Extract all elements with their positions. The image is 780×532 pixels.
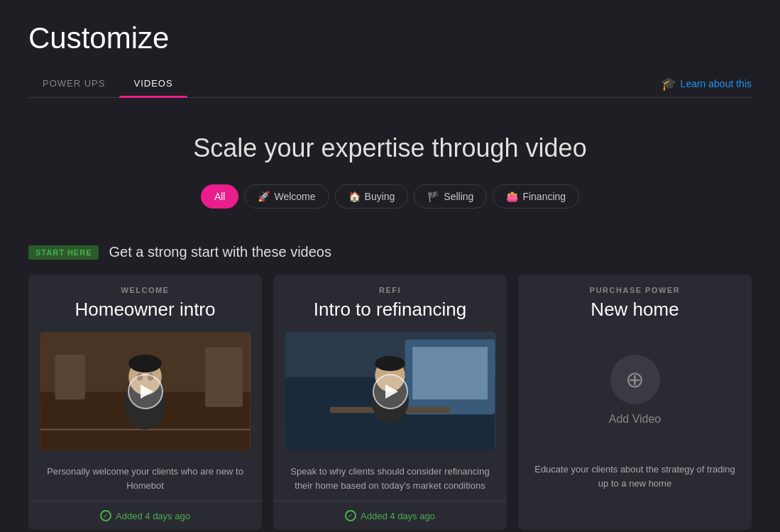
- start-here-badge: START HERE: [28, 245, 99, 260]
- start-here-text: Get a strong start with these videos: [109, 244, 331, 260]
- svg-rect-3: [205, 347, 243, 407]
- check-icon-homeowner: ✓: [100, 510, 111, 521]
- house-icon: 🏠: [348, 191, 361, 202]
- card-thumbnail-refi[interactable]: homebot: [285, 332, 495, 450]
- filter-financing[interactable]: 👛 Financing: [493, 184, 579, 209]
- plus-icon: ⊕: [625, 368, 644, 391]
- cards-grid: WELCOME Homeowner intro homebot: [28, 275, 752, 530]
- card-new-home: PURCHASE POWER New home ⊕ Add Video Educ…: [518, 275, 752, 530]
- card-status-homeowner: Added 4 days ago: [116, 511, 190, 521]
- card-footer-refi: ✓ Added 4 days ago: [273, 501, 507, 530]
- tabs-container: POWER UPS VIDEOS 🎓 Learn about this: [28, 70, 752, 98]
- rocket-icon: 🚀: [258, 191, 270, 202]
- play-icon-homeowner: [141, 384, 153, 399]
- card-category-new-home: PURCHASE POWER: [529, 286, 740, 294]
- card-title-refi: Intro to refinancing: [285, 299, 495, 321]
- filter-selling-label: Selling: [444, 191, 473, 202]
- svg-point-17: [375, 356, 405, 371]
- tabs-left: POWER UPS VIDEOS: [28, 70, 187, 97]
- learn-link-text: Learn about this: [681, 78, 752, 89]
- start-here-section: START HERE Get a strong start with these…: [28, 230, 752, 532]
- card-thumbnail-homeowner[interactable]: homebot: [40, 332, 251, 450]
- filter-selling[interactable]: 🏴 Selling: [414, 184, 487, 209]
- svg-rect-13: [412, 347, 488, 399]
- card-title-homeowner: Homeowner intro: [40, 299, 251, 321]
- graduation-cap-icon: 🎓: [661, 76, 676, 92]
- start-here-header: START HERE Get a strong start with these…: [28, 244, 752, 260]
- play-icon-refi: [385, 384, 398, 399]
- svg-point-7: [128, 355, 162, 372]
- hero-section: Scale your expertise through video All 🚀…: [28, 98, 752, 230]
- card-description-new-home: Educate your clients about the strategy …: [518, 454, 752, 530]
- card-header-refi: REFI Intro to refinancing: [273, 275, 507, 326]
- card-header-homeowner: WELCOME Homeowner intro: [28, 275, 262, 326]
- filter-financing-label: Financing: [522, 191, 566, 202]
- thumbnail-bg-homeowner: homebot: [40, 332, 251, 450]
- card-description-homeowner: Personally welcome your clients who are …: [28, 456, 262, 501]
- filter-all[interactable]: All: [201, 184, 239, 209]
- add-video-area: ⊕ Add Video: [518, 326, 752, 454]
- filter-all-label: All: [214, 191, 226, 202]
- filter-buying[interactable]: 🏠 Buying: [335, 184, 409, 209]
- play-button-homeowner[interactable]: [128, 374, 163, 409]
- svg-rect-2: [55, 355, 85, 399]
- filter-welcome[interactable]: 🚀 Welcome: [244, 184, 329, 209]
- flag-icon: 🏴: [427, 191, 439, 202]
- add-video-label: Add Video: [609, 413, 661, 426]
- page-container: Customize POWER UPS VIDEOS 🎓 Learn about…: [0, 0, 780, 532]
- card-header-new-home: PURCHASE POWER New home: [518, 275, 752, 326]
- page-title: Customize: [28, 21, 752, 55]
- card-title-new-home: New home: [529, 299, 740, 321]
- card-description-refi: Speak to why clients should consider ref…: [273, 456, 507, 501]
- learn-about-link[interactable]: 🎓 Learn about this: [661, 76, 752, 92]
- filter-welcome-label: Welcome: [274, 191, 315, 202]
- filter-buying-label: Buying: [365, 191, 395, 202]
- tab-videos[interactable]: VIDEOS: [119, 70, 187, 97]
- wallet-icon: 👛: [506, 191, 518, 202]
- card-status-refi: Added 4 days ago: [361, 511, 435, 521]
- check-icon-refi: ✓: [345, 510, 356, 521]
- card-category-refi: REFI: [285, 286, 495, 294]
- hero-title: Scale your expertise through video: [43, 133, 737, 163]
- tab-power-ups[interactable]: POWER UPS: [28, 70, 119, 97]
- filter-buttons: All 🚀 Welcome 🏠 Buying 🏴 Selling 👛 Finan…: [43, 184, 737, 209]
- add-video-button[interactable]: ⊕: [610, 355, 660, 404]
- thumbnail-bg-refi: homebot: [285, 332, 495, 450]
- play-button-refi[interactable]: [373, 374, 408, 409]
- card-refi: REFI Intro to refinancing homebot: [273, 275, 507, 530]
- card-homeowner-intro: WELCOME Homeowner intro homebot: [28, 275, 262, 530]
- card-footer-homeowner: ✓ Added 4 days ago: [28, 501, 262, 530]
- card-category-homeowner: WELCOME: [40, 286, 251, 294]
